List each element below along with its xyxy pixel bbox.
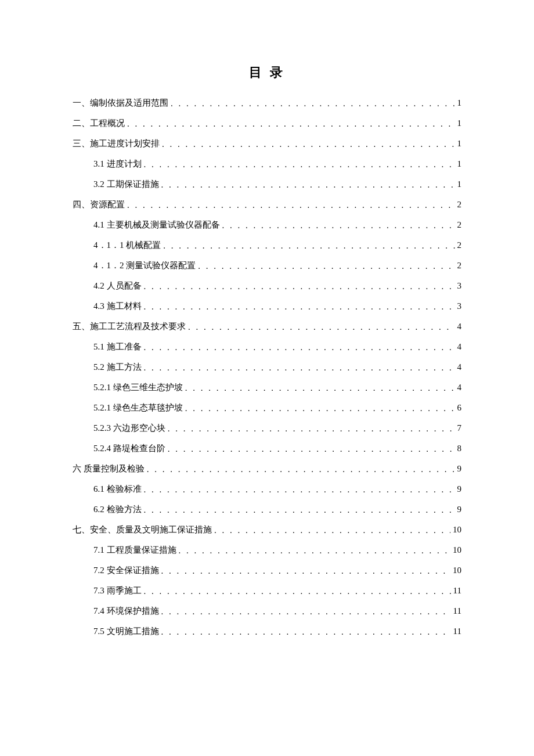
- toc-page-number: 2: [457, 221, 462, 229]
- toc-leader-dots: [163, 242, 454, 250]
- toc-entry: 7.1 工程质量保证措施10: [73, 546, 461, 555]
- toc-page-number: 10: [453, 546, 461, 555]
- toc-entry: 5.2.3 六边形空心块7: [73, 424, 461, 433]
- toc-label: 7.3 雨季施工: [93, 586, 142, 595]
- toc-leader-dots: [147, 465, 455, 474]
- toc-label: 4.3 施工材料: [93, 302, 142, 311]
- toc-label: 七、安全、质量及文明施工保证措施: [73, 525, 212, 534]
- toc-entry: 四、资源配置2: [73, 200, 461, 209]
- toc-label: 六 质量控制及检验: [73, 465, 145, 473]
- toc-leader-dots: [179, 546, 451, 555]
- toc-label: 五、施工工艺流程及技术要求: [73, 322, 186, 331]
- toc-page-number: 1: [457, 160, 462, 168]
- toc-entry: 4．1．1 机械配置2: [73, 241, 461, 250]
- toc-leader-dots: [144, 343, 455, 352]
- toc-leader-dots: [144, 303, 455, 311]
- toc-page-number: 9: [457, 505, 462, 514]
- toc-entry: 7.3 雨季施工11: [73, 586, 461, 595]
- toc-page-number: 10: [453, 566, 461, 575]
- toc-leader-dots: [171, 99, 455, 108]
- toc-label: 3.1 进度计划: [93, 160, 142, 168]
- toc-page-number: 4: [457, 383, 462, 392]
- toc-page-number: 1: [457, 99, 462, 107]
- toc-label: 5.2.1 绿色生态草毯护坡: [93, 404, 183, 412]
- toc-entry: 7.4 环境保护措施11: [73, 607, 461, 615]
- toc-label: 3.2 工期保证措施: [93, 180, 159, 189]
- toc-leader-dots: [144, 282, 455, 291]
- toc-page-number: 7: [457, 424, 462, 433]
- toc-entry: 3.2 工期保证措施1: [73, 180, 461, 189]
- toc-leader-dots: [144, 587, 451, 596]
- toc-entry: 七、安全、质量及文明施工保证措施10: [73, 525, 461, 534]
- toc-entry: 4.3 施工材料3: [73, 302, 461, 311]
- toc-leader-dots: [161, 628, 451, 636]
- toc-page-number: 4: [457, 363, 462, 372]
- toc-page-number: 11: [453, 607, 461, 615]
- toc-label: 6.1 检验标准: [93, 485, 142, 494]
- toc-page-number: 1: [457, 139, 462, 148]
- toc-leader-dots: [127, 120, 455, 128]
- toc-label: 4.1 主要机械及测量试验仪器配备: [93, 221, 220, 229]
- toc-leader-dots: [168, 445, 455, 453]
- toc-label: 4．1．2 测量试验仪器配置: [93, 261, 196, 270]
- toc-leader-dots: [161, 181, 455, 189]
- toc-label: 5.2.3 六边形空心块: [93, 424, 165, 433]
- page-title: 目 录: [73, 64, 461, 81]
- toc-page-number: 9: [457, 485, 462, 494]
- toc-entry: 5.2.1 绿色三维生态护坡4: [73, 383, 461, 392]
- toc-entry: 5.2.1 绿色生态草毯护坡6: [73, 404, 461, 412]
- toc-label: 7.5 文明施工措施: [93, 627, 159, 636]
- toc-leader-dots: [198, 262, 454, 271]
- toc-page-number: 4: [457, 322, 462, 331]
- toc-page-number: 6: [457, 404, 462, 412]
- toc-leader-dots: [144, 485, 455, 494]
- toc-entry: 7.5 文明施工措施11: [73, 627, 461, 636]
- toc-label: 4．1．1 机械配置: [93, 241, 161, 250]
- toc-entry: 二、工程概况1: [73, 119, 461, 128]
- toc-page-number: 8: [457, 444, 462, 453]
- toc-entry: 五、施工工艺流程及技术要求4: [73, 322, 461, 331]
- table-of-contents: 一、编制依据及适用范围1二、工程概况1三、施工进度计划安排13.1 进度计划13…: [73, 99, 461, 636]
- toc-page-number: 11: [453, 586, 461, 595]
- toc-entry: 7.2 安全保证措施10: [73, 566, 461, 575]
- toc-leader-dots: [188, 323, 455, 332]
- toc-leader-dots: [144, 160, 455, 169]
- toc-label: 5.2.4 路堤检查台阶: [93, 444, 165, 453]
- toc-entry: 5.1 施工准备4: [73, 343, 461, 351]
- toc-label: 5.1 施工准备: [93, 343, 142, 351]
- toc-page-number: 2: [457, 241, 462, 250]
- toc-leader-dots: [127, 201, 455, 210]
- toc-leader-dots: [185, 404, 455, 413]
- toc-label: 一、编制依据及适用范围: [73, 99, 168, 107]
- toc-label: 4.2 人员配备: [93, 282, 142, 290]
- toc-leader-dots: [214, 526, 450, 535]
- toc-entry: 三、施工进度计划安排1: [73, 139, 461, 148]
- toc-leader-dots: [185, 384, 455, 393]
- toc-page-number: 1: [457, 119, 462, 128]
- toc-label: 四、资源配置: [73, 200, 125, 209]
- toc-leader-dots: [168, 424, 455, 433]
- toc-entry: 4．1．2 测量试验仪器配置2: [73, 261, 461, 270]
- toc-page-number: 1: [457, 180, 462, 189]
- toc-entry: 5.2 施工方法4: [73, 363, 461, 372]
- toc-leader-dots: [222, 221, 455, 230]
- toc-leader-dots: [162, 140, 455, 149]
- toc-entry: 5.2.4 路堤检查台阶8: [73, 444, 461, 453]
- toc-label: 三、施工进度计划安排: [73, 139, 160, 148]
- toc-page-number: 9: [457, 465, 462, 473]
- toc-entry: 4.2 人员配备3: [73, 282, 461, 290]
- toc-page-number: 2: [457, 261, 462, 270]
- toc-label: 6.2 检验方法: [93, 505, 142, 514]
- toc-leader-dots: [161, 607, 451, 616]
- toc-page-number: 4: [457, 343, 462, 351]
- toc-page-number: 3: [457, 302, 462, 311]
- toc-page-number: 10: [453, 525, 461, 534]
- toc-entry: 六 质量控制及检验9: [73, 465, 461, 473]
- toc-entry: 一、编制依据及适用范围1: [73, 99, 461, 107]
- toc-entry: 4.1 主要机械及测量试验仪器配备2: [73, 221, 461, 229]
- toc-label: 7.2 安全保证措施: [93, 566, 159, 575]
- toc-page-number: 11: [453, 627, 461, 636]
- toc-leader-dots: [144, 506, 455, 514]
- toc-label: 5.2 施工方法: [93, 363, 142, 372]
- toc-leader-dots: [144, 363, 455, 372]
